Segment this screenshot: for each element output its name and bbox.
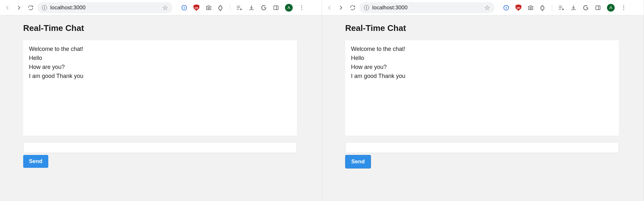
- svg-point-7: [301, 9, 302, 10]
- chat-message: Hello: [29, 54, 291, 63]
- playlist-icon[interactable]: [558, 5, 564, 11]
- ublock-shield-icon[interactable]: uo: [515, 5, 522, 11]
- onepassword-icon[interactable]: [181, 5, 187, 11]
- browser-window-left: i localhost:3000 ☆ uo: [0, 0, 322, 201]
- svg-point-14: [623, 7, 624, 8]
- page-content: Real-Time Chat Welcome to the chat! Hell…: [0, 15, 322, 201]
- back-button[interactable]: [326, 4, 333, 11]
- browser-toolbar: i localhost:3000 ☆ uo: [0, 0, 322, 15]
- url-text: localhost:3000: [372, 5, 481, 11]
- download-icon[interactable]: [570, 5, 577, 11]
- camera-icon[interactable]: [527, 5, 534, 11]
- nav-group: [4, 4, 34, 11]
- chat-message: Welcome to the chat!: [351, 45, 613, 54]
- svg-point-5: [301, 5, 302, 6]
- svg-rect-3: [274, 6, 278, 10]
- download-icon[interactable]: [248, 5, 255, 11]
- sidepanel-icon[interactable]: [595, 5, 601, 11]
- svg-point-13: [623, 5, 624, 6]
- google-g-icon[interactable]: [582, 5, 589, 11]
- chat-message: Hello: [351, 54, 613, 63]
- reload-button[interactable]: [27, 4, 34, 11]
- page-title: Real-Time Chat: [23, 23, 298, 33]
- address-bar[interactable]: i localhost:3000 ☆: [359, 2, 495, 13]
- kebab-menu-icon[interactable]: [620, 5, 627, 11]
- svg-rect-11: [596, 6, 600, 10]
- bookmark-star-icon[interactable]: ☆: [162, 4, 168, 12]
- extensions-group: uo A: [503, 4, 627, 12]
- nav-group: [326, 4, 356, 11]
- send-button[interactable]: Send: [23, 155, 48, 168]
- message-input[interactable]: [23, 142, 297, 153]
- page-title: Real-Time Chat: [345, 23, 620, 33]
- playlist-icon[interactable]: [236, 5, 242, 11]
- svg-point-2: [208, 7, 210, 9]
- svg-point-6: [301, 7, 302, 8]
- camera-icon[interactable]: [205, 5, 212, 11]
- extensions-puzzle-icon[interactable]: [218, 5, 224, 11]
- chat-messages-box: Welcome to the chat! Hello How are you? …: [345, 40, 619, 136]
- forward-button[interactable]: [15, 4, 23, 11]
- reload-button[interactable]: [349, 4, 356, 11]
- profile-avatar[interactable]: A: [607, 4, 615, 12]
- chat-message: Welcome to the chat!: [29, 45, 291, 54]
- toolbar-divider: [552, 5, 552, 11]
- forward-button[interactable]: [337, 4, 345, 11]
- browser-toolbar: i localhost:3000 ☆ uo: [322, 0, 644, 15]
- ublock-shield-icon[interactable]: uo: [193, 5, 200, 11]
- back-button[interactable]: [4, 4, 11, 11]
- browser-window-right: i localhost:3000 ☆ uo: [322, 0, 644, 201]
- onepassword-icon[interactable]: [503, 5, 509, 11]
- url-text: localhost:3000: [50, 5, 159, 11]
- site-info-icon[interactable]: i: [364, 5, 369, 10]
- sidepanel-icon[interactable]: [273, 5, 279, 11]
- extensions-puzzle-icon[interactable]: [540, 5, 546, 11]
- chat-message: How are you?: [29, 63, 291, 72]
- svg-point-10: [530, 7, 532, 9]
- bookmark-star-icon[interactable]: ☆: [484, 4, 490, 12]
- chat-message: I am good Thank you: [351, 72, 613, 81]
- kebab-menu-icon[interactable]: [298, 5, 305, 11]
- message-input[interactable]: [345, 142, 619, 153]
- site-info-icon[interactable]: i: [42, 5, 47, 10]
- address-bar[interactable]: i localhost:3000 ☆: [37, 2, 173, 13]
- chat-message: I am good Thank you: [29, 72, 291, 81]
- send-button[interactable]: Send: [345, 155, 371, 168]
- chat-messages-box: Welcome to the chat! Hello How are you? …: [23, 40, 297, 136]
- svg-rect-1: [184, 6, 185, 9]
- page-content: Real-Time Chat Welcome to the chat! Hell…: [322, 15, 644, 201]
- extensions-group: uo A: [181, 4, 305, 12]
- svg-rect-9: [506, 6, 507, 9]
- profile-avatar[interactable]: A: [285, 4, 293, 12]
- svg-point-15: [623, 9, 624, 10]
- chat-message: How are you?: [351, 63, 613, 72]
- google-g-icon[interactable]: [260, 5, 267, 11]
- toolbar-divider: [230, 5, 230, 11]
